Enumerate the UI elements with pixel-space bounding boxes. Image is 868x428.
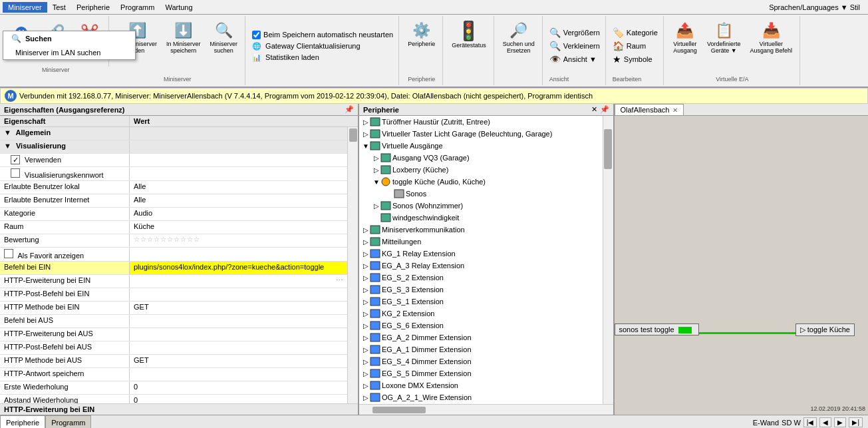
tree-item-ega1-dimmer[interactable]: ▷ EG_A_1 Dimmer Extension [359,343,603,355]
tree-item-ega2-dimmer[interactable]: ▷ EG_A_2 Dimmer Extension [359,331,603,343]
dropdown-item-suchen[interactable]: 🔍 Suchen [3,31,135,46]
vordefinierte-geraete-button[interactable]: 📋 VordefinierteGeräte ▼ [704,19,744,57]
tree-item-loxone-dmx[interactable]: ▷ Loxone DMX Extension [359,379,603,391]
tree-item-sonos[interactable]: Sonos [359,188,603,200]
peripherie-button[interactable]: ⚙️ Peripherie [404,19,438,51]
svg-rect-7 [381,202,390,210]
bewertung-value[interactable]: ☆☆☆☆☆☆☆☆☆☆ [130,234,347,247]
tree-item-kg2[interactable]: ▷ KG_2 Extension [359,308,603,320]
nav-next-button[interactable]: ▶ [834,417,846,427]
tree-item-virtuelle-ausgange[interactable]: ▼ Virtuelle Ausgänge [359,140,603,152]
ansicht-button[interactable]: 👁️ Ansicht ▼ [549,54,600,65]
menu-miniserver[interactable]: Miniserver [3,2,47,13]
ms-suchen-button[interactable]: 🔍 Miniserversuchen [207,19,241,57]
tree-item-mitteilungen[interactable]: ▷ Mitteilungen [359,236,603,248]
tree-item-turoeffner[interactable]: ▷ Türöffner Haustür (Zutritt, Entree) [359,116,603,128]
tree-item-ega3-relay[interactable]: ▷ EG_A_3 Relay Extension [359,260,603,272]
tree-item-egs2[interactable]: ▷ EG_S_2 Extension [359,272,603,284]
favorit-checkbox[interactable] [4,249,13,258]
tree-item-egs4-dimmer[interactable]: ▷ EG_S_4 Dimmer Extension [359,355,603,367]
allgemein-expand-icon[interactable]: ▼ [4,128,11,136]
verkleinern-button[interactable]: 🔍 Verkleinern [549,41,600,51]
label-egs3: EG_S_3 Extension [382,286,444,294]
nav-prev-button[interactable]: ◀ [819,417,831,427]
menu-programm[interactable]: Programm [115,2,160,13]
virtueller-ausgang-button[interactable]: 📤 VirtuellerAusgang [669,19,701,57]
abstand-wdh-value[interactable]: 0 [130,395,347,403]
viskennwort-checkbox[interactable] [11,168,20,178]
befehl-aus-value[interactable] [130,315,347,327]
bottom-tab-programm[interactable]: Programm [45,415,91,428]
peripherie-panel: Peripherie ✕ 📌 ▷ Türöffner Haustür (Zutr… [359,104,615,415]
tree-item-egs6[interactable]: ▷ EG_S_6 Extension [359,320,603,331]
expand-ega1d: ▷ [362,346,370,353]
tree-scrollbar[interactable] [603,116,613,404]
tree-scroll-thumb[interactable] [604,129,612,169]
benutzer-internet-value[interactable]: Alle [130,194,347,207]
tree-item-sonos-wohnzimmer[interactable]: ▷ Sonos (Wohnzimmer) [359,200,603,212]
symbole-label: Symbole [624,55,652,63]
tree-item-egs3[interactable]: ▷ EG_S_3 Extension [359,284,603,296]
tree-item-oga-wire[interactable]: ▷ OG_A_2_1_Wire Extension [359,391,603,403]
tree-item-egs5-dimmer[interactable]: ▷ EG_S_5 Dimmer Extension [359,367,603,379]
tree-item-egs1[interactable]: ▷ EG_S_1 Extension [359,296,603,308]
label-loxberry: Loxberry (Küche) [392,166,448,174]
kategorie-prop-value[interactable]: Audio [130,208,347,220]
virtueller-ausgang-befehl-button[interactable]: 📥 VirtuellerAusgang Befehl [746,19,796,57]
nav-first-button[interactable]: |◀ [803,417,817,427]
befehl-ein-value[interactable]: plugins/sonos4lox/index.php/?zone=kueche… [130,262,347,274]
tree-item-loxberry[interactable]: ▷ Loxberry (Küche) [359,164,603,176]
verwenden-checkbox[interactable]: ✓ [11,155,20,164]
tree-item-toggle-kuche[interactable]: ▼ toggle Küche (Audio, Küche) [359,176,603,188]
raum-button[interactable]: 🏠 Raum [613,41,658,51]
raum-icon: 🏠 [613,41,624,51]
kategorie-prop-name: Kategorie [0,208,130,220]
benutzer-internet-row: Erlaubte Benutzer Internet Alle [0,194,347,208]
suchen-ersetzen-button[interactable]: 🔎 Suchen undErsetzen [500,19,538,57]
peripherie-pin-icon[interactable]: 📌 [600,105,609,114]
http-methode-ein-value[interactable]: GET [130,302,347,314]
visualisierung-expand-icon[interactable]: ▼ [4,142,11,150]
benutzer-lokal-value[interactable]: Alle [130,181,347,194]
properties-scrollbar[interactable] [347,127,358,403]
scrollbar-thumb[interactable] [349,128,357,142]
tab-close-icon[interactable]: ✕ [672,107,678,114]
properties-pin-icon[interactable]: 📌 [345,105,354,114]
menu-peripherie[interactable]: Peripherie [71,2,115,13]
diagram-node-toggle[interactable]: ▷ toggle Küche [796,323,855,336]
erste-wdh-value[interactable]: 0 [130,381,347,394]
tree-item-miniserverkommunikation[interactable]: ▷ Miniserverkommunikation [359,224,603,236]
http-erw-expand-icon[interactable]: ⋯ [336,276,343,285]
http-antwort-value[interactable] [130,368,347,381]
lang-selector[interactable]: Sprachen/Languages ▼ Stil [769,3,865,11]
in-speichern-button[interactable]: ⬇️ In Miniserverspeichern [163,19,204,57]
raum-prop-value[interactable]: Küche [130,221,347,234]
http-erw-aus-value[interactable] [130,328,347,341]
dropdown-item-lan[interactable]: Miniserver im LAN suchen [3,46,135,59]
menu-test[interactable]: Test [47,2,71,13]
tree-item-ausgang-vq3[interactable]: ▷ Ausgang VQ3 (Garage) [359,152,603,164]
bottom-tab-peripherie[interactable]: Peripherie [0,415,45,428]
tab-olafallensbach[interactable]: OlafAllensbach ✕ [615,104,684,115]
vergroessern-button[interactable]: 🔍 Vergrößern [549,27,600,38]
menu-wartung[interactable]: Wartung [160,2,198,13]
autorestart-checkbox[interactable] [252,31,261,39]
nav-last-button[interactable]: ▶| [849,417,863,427]
http-erw-ein-value[interactable]: ⋯ [130,275,347,288]
tree-item-windgeschwindigkeit[interactable]: windgeschwindigkeit [359,212,603,224]
tree-hscroll-thumb[interactable] [372,407,426,413]
http-methode-aus-value[interactable]: GET [130,355,347,367]
symbole-button[interactable]: ★ Symbole [613,54,658,65]
tree-item-kg1-relay[interactable]: ▷ KG_1 Relay Extension [359,248,603,260]
kategorie-button[interactable]: 🏷️ Kategorie [613,27,658,38]
http-post-ein-value[interactable] [130,288,347,301]
diagram-node-sonos[interactable]: sonos test toggle [615,323,700,335]
diagram-area[interactable]: sonos test toggle ▷ toggle Küche 12.02.2… [615,116,869,415]
geratestatus-button[interactable]: 🚦 Gerätestatus [448,19,490,52]
tree-hscrollbar[interactable] [359,404,613,415]
peripherie-icon: ⚙️ [412,22,430,39]
zoom-in-icon: 🔍 [549,27,561,38]
http-post-aus-value[interactable] [130,341,347,354]
peripherie-close-icon[interactable]: ✕ [591,105,597,114]
tree-item-taster-licht[interactable]: ▷ Virtueller Taster Licht Garage (Beleuc… [359,128,603,140]
